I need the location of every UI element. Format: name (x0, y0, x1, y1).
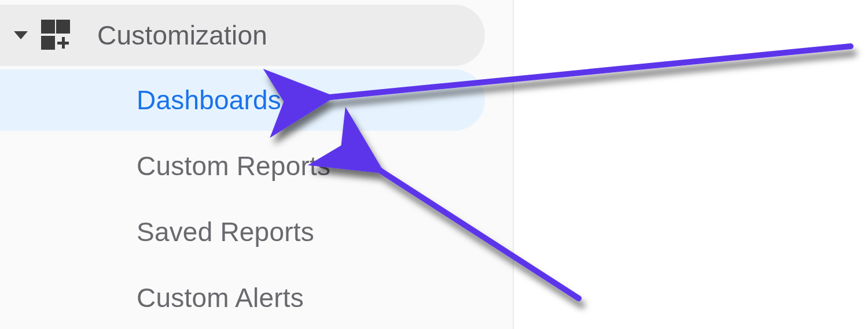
dashboard-add-icon (41, 19, 73, 51)
sidebar-item-label: Custom Reports (137, 150, 330, 182)
sidebar-section-customization[interactable]: Customization (0, 5, 485, 66)
sidebar-item-label: Saved Reports (137, 216, 314, 247)
sidebar-item-custom-reports[interactable]: Custom Reports (0, 135, 485, 197)
sidebar-item-label: Custom Alerts (137, 282, 304, 313)
sidebar-section-label: Customization (97, 20, 267, 51)
sidebar-item-label: Dashboards (137, 84, 281, 116)
sidebar-item-custom-alerts[interactable]: Custom Alerts (0, 267, 485, 328)
sidebar-item-saved-reports[interactable]: Saved Reports (0, 201, 485, 263)
sidebar-item-dashboards[interactable]: Dashboards (0, 69, 485, 131)
sidebar-nav: Customization Dashboards Custom Reports … (0, 0, 514, 329)
chevron-down-icon (14, 31, 28, 39)
